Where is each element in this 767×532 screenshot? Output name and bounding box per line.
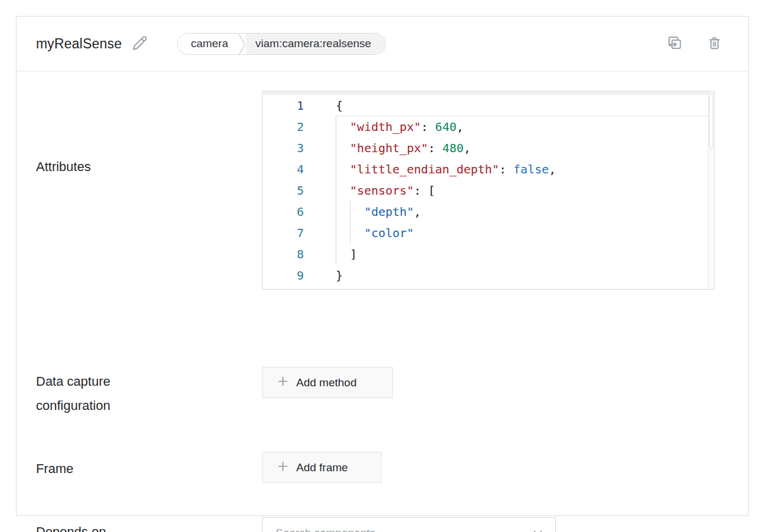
code-line-content: }: [304, 265, 708, 286]
component-card: myRealSense camera viam:camera:realsense: [16, 16, 749, 516]
title-group: myRealSense camera viam:camera:realsense: [36, 33, 386, 55]
attributes-json-editor[interactable]: 1{2"width_px": 640,3"height_px": 480,4"l…: [262, 91, 714, 290]
scrollbar-thumb[interactable]: [709, 94, 713, 148]
plus-icon: [278, 376, 288, 389]
add-method-label: Add method: [296, 376, 356, 389]
indent-guide: [336, 222, 350, 244]
component-type: camera: [178, 34, 237, 54]
depends-on-select[interactable]: [262, 517, 556, 532]
chevron-down-icon: [533, 528, 542, 532]
code-line[interactable]: 9}: [263, 265, 708, 286]
code-line-content: "color": [304, 222, 708, 244]
header-actions: [664, 32, 725, 55]
code-line-content: "sensors": [: [304, 180, 708, 201]
component-name: myRealSense: [36, 36, 122, 52]
line-number: 4: [263, 159, 304, 180]
frame-label: Frame: [36, 457, 74, 481]
pencil-icon: [132, 35, 148, 52]
line-number: 3: [263, 137, 304, 159]
editor-vertical-scrollbar[interactable]: [708, 91, 714, 289]
line-number: 9: [263, 265, 304, 286]
line-number: 1: [263, 95, 304, 116]
line-number: 5: [263, 180, 304, 201]
line-number: 2: [263, 116, 304, 137]
line-number: 6: [263, 201, 304, 222]
breadcrumb-chevron-icon: [238, 34, 246, 55]
indent-guide: [336, 116, 350, 137]
code-line[interactable]: 5"sensors": [: [263, 180, 708, 201]
indent-guide: [350, 201, 364, 222]
code-line[interactable]: 1{: [263, 95, 708, 116]
attributes-label: Attributes: [36, 155, 91, 179]
indent-guide: [336, 137, 350, 159]
page: myRealSense camera viam:camera:realsense: [0, 0, 767, 532]
line-number: 7: [263, 222, 304, 244]
code-line-content: {: [304, 95, 708, 116]
indent-guide: [336, 159, 350, 180]
depends-on-label: Depends on: [36, 520, 106, 532]
code-line-content: "little_endian_depth": false,: [304, 159, 708, 180]
add-method-button[interactable]: Add method: [262, 367, 393, 398]
trash-icon: [707, 35, 722, 52]
code-line[interactable]: 2"width_px": 640,: [263, 116, 708, 137]
code-line-content: ]: [304, 244, 708, 265]
component-type-badge: camera viam:camera:realsense: [177, 33, 386, 55]
duplicate-button[interactable]: [664, 32, 684, 55]
code-line-content: "depth",: [304, 201, 708, 222]
data-capture-label: Data capture configuration: [36, 369, 178, 418]
line-number: 8: [263, 244, 304, 265]
code-line-content: "width_px": 640,: [304, 116, 708, 137]
component-model: viam:camera:realsense: [246, 34, 385, 54]
code-line-content: "height_px": 480,: [304, 137, 708, 159]
indent-guide: [336, 180, 350, 201]
component-body: Attributes 1{2"width_px": 640,3"height_p…: [17, 71, 748, 516]
plus-icon: [278, 461, 288, 474]
rename-button[interactable]: [130, 33, 150, 55]
add-frame-button[interactable]: Add frame: [262, 452, 382, 483]
delete-button[interactable]: [704, 33, 725, 55]
depends-on-search-input[interactable]: [276, 527, 527, 532]
indent-guide: [350, 222, 364, 244]
code-line[interactable]: 3"height_px": 480,: [263, 137, 708, 159]
code-line[interactable]: 7"color": [263, 222, 708, 244]
add-frame-label: Add frame: [296, 461, 348, 474]
component-header: myRealSense camera viam:camera:realsense: [17, 17, 748, 71]
duplicate-icon: [666, 35, 682, 52]
indent-guide: [336, 201, 350, 222]
code-line[interactable]: 4"little_endian_depth": false,: [263, 159, 708, 180]
code-lines: 1{2"width_px": 640,3"height_px": 480,4"l…: [263, 95, 708, 286]
code-line[interactable]: 6"depth",: [263, 201, 708, 222]
code-line[interactable]: 8]: [263, 244, 708, 265]
indent-guide: [336, 244, 350, 265]
